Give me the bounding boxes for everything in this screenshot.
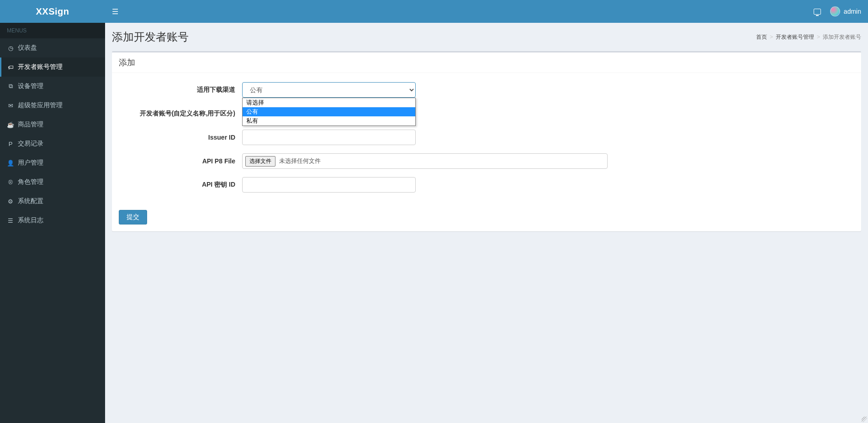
channel-dropdown-list: 请选择 公有 私有: [242, 98, 416, 126]
dropdown-option[interactable]: 请选择: [243, 98, 415, 107]
box-title: 添加: [112, 52, 861, 73]
breadcrumb: 首页 > 开发者账号管理 > 添加开发者账号: [756, 33, 861, 41]
topbar: ☰ admin: [105, 0, 868, 23]
label-dev-account: 开发者账号(自定义名称,用于区分): [119, 110, 242, 118]
menu-header: MENUS: [0, 23, 105, 38]
label-api-key: API 密钥 ID: [119, 181, 242, 189]
sidebar-item-label: 用户管理: [18, 159, 43, 167]
breadcrumb-current: 添加开发者账号: [823, 33, 861, 41]
tags-icon: 🏷: [7, 64, 14, 71]
resize-grip-icon[interactable]: [862, 417, 867, 422]
submit-row: 提交: [112, 210, 861, 231]
channel-select[interactable]: 请选择 公有 私有: [242, 82, 416, 98]
sidebar-item-config: ⚙系统配置: [0, 192, 105, 211]
dropdown-option[interactable]: 私有: [243, 116, 415, 125]
page-title: 添加开发者账号: [112, 30, 189, 44]
row-channel: 适用下载渠道 请选择 公有 私有 请选择 公有 私有: [119, 82, 854, 98]
dashboard-icon: ◷: [7, 45, 14, 52]
topbar-right: admin: [814, 6, 861, 16]
row-dev-account: 开发者账号(自定义名称,用于区分): [119, 106, 854, 121]
row-api-key: API 密钥 ID: [119, 177, 854, 193]
sidebar-item-dashboard: ◷仪表盘: [0, 38, 105, 57]
sidebar-item-label: 超级签应用管理: [18, 101, 63, 110]
file-input[interactable]: 选择文件 未选择任何文件: [242, 153, 608, 169]
comments-icon: ✉: [7, 102, 14, 109]
breadcrumb-parent[interactable]: 开发者账号管理: [776, 33, 814, 41]
main: ☰ admin 添加开发者账号 首页 > 开发者账号管理 > 添加开发者账号 添…: [105, 0, 868, 423]
label-issuer-id: Issuer ID: [119, 134, 242, 141]
sidebar: XXSign MENUS ◷仪表盘 🏷开发者账号管理 ⧉设备管理 ✉超级签应用管…: [0, 0, 105, 423]
hamburger-icon[interactable]: ☰: [112, 7, 118, 16]
avatar: [830, 6, 840, 16]
sidebar-item-label: 开发者账号管理: [18, 63, 63, 71]
user-icon: 👤: [7, 160, 14, 167]
file-choose-button[interactable]: 选择文件: [245, 156, 275, 167]
registered-icon: ®: [7, 179, 14, 186]
username: admin: [844, 8, 861, 15]
paypal-icon: P: [7, 141, 14, 147]
api-p8-wrap: 选择文件 未选择任何文件: [242, 153, 608, 169]
sidebar-item-logs: ☰系统日志: [0, 211, 105, 230]
sidebar-item-label: 设备管理: [18, 82, 43, 90]
dropdown-option-selected[interactable]: 公有: [243, 107, 415, 116]
submit-button[interactable]: 提交: [119, 210, 147, 225]
api-key-input[interactable]: [242, 177, 416, 193]
list-icon: ☰: [7, 217, 14, 224]
sidebar-item-users: 👤用户管理: [0, 153, 105, 172]
issuer-id-input[interactable]: [242, 130, 416, 145]
sidebar-item-developer-accounts: 🏷开发者账号管理: [0, 57, 105, 77]
sidebar-item-label: 仪表盘: [18, 44, 37, 52]
form-box: 添加 适用下载渠道 请选择 公有 私有 请选择: [112, 51, 861, 231]
user-menu[interactable]: admin: [830, 6, 861, 16]
brand-logo[interactable]: XXSign: [0, 0, 105, 23]
box-body: 适用下载渠道 请选择 公有 私有 请选择 公有 私有: [112, 73, 861, 210]
coffee-icon: ☕: [7, 121, 14, 128]
label-api-p8: API P8 File: [119, 157, 242, 165]
breadcrumb-sep: >: [770, 34, 773, 40]
breadcrumb-sep: >: [817, 34, 820, 40]
sidebar-item-label: 商品管理: [18, 120, 43, 129]
label-channel: 适用下载渠道: [119, 86, 242, 94]
content-header: 添加开发者账号 首页 > 开发者账号管理 > 添加开发者账号: [105, 23, 868, 44]
api-key-wrap: [242, 177, 416, 193]
breadcrumb-home[interactable]: 首页: [756, 33, 767, 41]
content: 添加 适用下载渠道 请选择 公有 私有 请选择: [105, 44, 868, 423]
sidebar-item-label: 角色管理: [18, 178, 43, 186]
sidebar-nav: ◷仪表盘 🏷开发者账号管理 ⧉设备管理 ✉超级签应用管理 ☕商品管理 P交易记录…: [0, 38, 105, 230]
sidebar-item-label: 系统日志: [18, 216, 43, 225]
row-issuer-id: Issuer ID: [119, 130, 854, 145]
sidebar-item-devices: ⧉设备管理: [0, 77, 105, 96]
channel-select-wrap: 请选择 公有 私有 请选择 公有 私有: [242, 82, 416, 98]
monitor-icon[interactable]: [814, 9, 821, 15]
cog-icon: ⚙: [7, 198, 14, 205]
sidebar-item-apps: ✉超级签应用管理: [0, 96, 105, 115]
sidebar-item-roles: ®角色管理: [0, 172, 105, 192]
copy-icon: ⧉: [7, 83, 14, 90]
sidebar-item-products: ☕商品管理: [0, 115, 105, 134]
issuer-id-wrap: [242, 130, 416, 145]
row-api-p8: API P8 File 选择文件 未选择任何文件: [119, 153, 854, 169]
file-placeholder-text: 未选择任何文件: [279, 157, 321, 165]
sidebar-item-label: 交易记录: [18, 140, 43, 148]
sidebar-item-label: 系统配置: [18, 197, 43, 205]
sidebar-item-transactions: P交易记录: [0, 134, 105, 153]
